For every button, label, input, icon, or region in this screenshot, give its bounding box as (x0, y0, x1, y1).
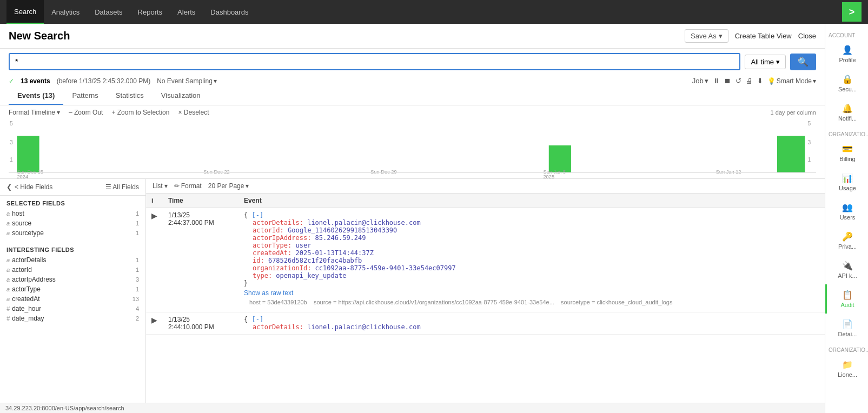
fields-sidebar: ❮ < Hide Fields ☰ All Fields SELECTED FI… (0, 179, 146, 403)
sidebar-item-label: Billing (839, 156, 855, 162)
svg-text:3: 3 (10, 138, 13, 145)
event-meta: host = 53de4339120b source = https://api… (244, 297, 819, 309)
results-check-icon: ✓ (9, 77, 14, 85)
format-timeline-button[interactable]: Format Timeline ▾ (9, 109, 60, 116)
svg-text:Sun Dec 22: Sun Dec 22 (203, 169, 229, 175)
nav-alerts[interactable]: Alerts (170, 0, 203, 24)
sidebar-item-org-bottom[interactable]: 📁 Lione... (825, 354, 868, 383)
field-source[interactable]: a source 1 (6, 218, 139, 228)
svg-text:Sun Jan 12: Sun Jan 12 (716, 169, 741, 175)
field-actorIpAddress[interactable]: a actorIpAddress 3 (6, 275, 139, 284)
list-button[interactable]: List ▾ (153, 182, 168, 190)
tab-patterns[interactable]: Patterns (63, 87, 107, 105)
event-time-cell: 1/13/252:44:37.000 PM (163, 208, 238, 312)
svg-text:5: 5 (10, 120, 13, 126)
profile-icon: 👤 (842, 45, 853, 55)
nav-search[interactable]: Search (6, 0, 44, 24)
sidebar-item-profile[interactable]: 👤 Profile (825, 39, 868, 69)
zoom-to-selection-button[interactable]: + Zoom to Selection (111, 109, 169, 116)
sampling-button[interactable]: No Event Sampling ▾ (157, 77, 217, 85)
field-actorType[interactable]: a actorType 1 (6, 284, 139, 294)
field-date_hour[interactable]: # date_hour 4 (6, 304, 139, 314)
search-input-wrap (9, 53, 740, 70)
zoom-out-button[interactable]: – Zoom Out (69, 109, 103, 116)
svg-rect-6 (17, 136, 39, 173)
job-controls: Job ▾ ⏸ ⏹ ↺ 🖨 ⬇ 💡 Smart Mode ▾ (692, 77, 816, 85)
create-table-button[interactable]: Create Table View (735, 32, 792, 40)
time-range-selector[interactable]: All time ▾ (745, 55, 786, 69)
field-actorDetails[interactable]: a actorDetails 1 (6, 255, 139, 265)
field-createdAt[interactable]: a createdAt 13 (6, 294, 139, 304)
sidebar-item-label: Secu... (838, 86, 857, 92)
search-button[interactable]: 🔍 (790, 54, 816, 70)
event-expand-cell: ▶ (146, 208, 163, 312)
svg-text:1: 1 (808, 156, 811, 163)
nav-dashboards[interactable]: Dashboards (203, 0, 256, 24)
field-actorId[interactable]: a actorId 1 (6, 265, 139, 275)
sidebar-item-api-keys[interactable]: 🔌 API k... (825, 255, 868, 284)
smart-mode-button[interactable]: 💡 Smart Mode ▾ (767, 77, 816, 85)
all-fields-button[interactable]: ☰ All Fields (105, 183, 139, 191)
nav-datasets[interactable]: Datasets (87, 0, 130, 24)
fields-header: ❮ < Hide Fields ☰ All Fields (0, 179, 145, 196)
right-sidebar: Account 👤 Profile 🔒 Secu... 🔔 Notifi... … (825, 24, 868, 413)
event-time: 1/13/252:44:37.000 PM (168, 211, 214, 227)
sidebar-item-details[interactable]: 📄 Detai... (825, 314, 868, 343)
save-as-button[interactable]: Save As ▾ (685, 29, 728, 43)
nav-reports[interactable]: Reports (130, 0, 170, 24)
event-collapse-link[interactable]: [-] (251, 211, 263, 219)
tab-visualization[interactable]: Visualization (153, 87, 209, 105)
sidebar-item-usage[interactable]: 📊 Usage (825, 168, 868, 197)
sidebar-item-label: Users (840, 214, 856, 221)
interesting-fields-title: INTERESTING FIELDS (6, 247, 139, 253)
sidebar-item-label: Profile (839, 57, 856, 63)
format-button[interactable]: ✏ Format (174, 182, 202, 190)
refresh-button[interactable]: ↺ (736, 77, 741, 85)
details-icon: 📄 (842, 319, 853, 329)
sidebar-item-label: Notifi... (838, 115, 857, 122)
svg-text:2024: 2024 (17, 174, 28, 178)
audit-icon: 📋 (842, 290, 853, 300)
sidebar-item-audit[interactable]: 📋 Audit (825, 284, 868, 314)
search-input[interactable] (10, 54, 739, 69)
nav-analytics[interactable]: Analytics (44, 0, 87, 24)
app-logo[interactable]: > (842, 2, 862, 22)
sidebar-item-billing[interactable]: 💳 Billing (825, 138, 868, 168)
deselect-button[interactable]: × Deselect (178, 109, 209, 116)
field-host[interactable]: a host 1 (6, 209, 139, 218)
event-expand-button[interactable]: ▶ (151, 211, 157, 220)
hide-fields-button[interactable]: ❮ < Hide Fields (6, 183, 52, 191)
sidebar-item-privacy[interactable]: 🔑 Priva... (825, 226, 868, 255)
show-raw-button[interactable]: Show as raw text (244, 289, 293, 297)
event-content: { [-] actorDetails: lionel.palacin@click… (244, 316, 819, 331)
timeline-controls: Format Timeline ▾ – Zoom Out + Zoom to S… (0, 105, 825, 119)
event-expand-button[interactable]: ▶ (151, 316, 157, 324)
sidebar-item-security[interactable]: 🔒 Secu... (825, 69, 868, 98)
pause-button[interactable]: ⏸ (713, 77, 720, 85)
tab-events[interactable]: Events (13) (9, 87, 63, 105)
job-button[interactable]: Job ▾ (692, 77, 708, 85)
print-button[interactable]: 🖨 (746, 77, 753, 85)
stop-button[interactable]: ⏹ (724, 77, 731, 85)
per-page-button[interactable]: 20 Per Page ▾ (208, 182, 249, 190)
field-sourcetype[interactable]: a sourcetype 1 (6, 228, 139, 238)
account-section-label: Account (825, 28, 868, 39)
security-icon: 🔒 (842, 74, 853, 84)
timeline-chart[interactable]: 5 3 1 5 3 1 Sun Dec 15 2024 Sun Dec 22 S… (9, 119, 816, 178)
sidebar-item-notifications[interactable]: 🔔 Notifi... (825, 98, 868, 127)
event-collapse-link[interactable]: [-] (251, 316, 263, 323)
sidebar-item-label: Usage (839, 185, 856, 191)
main-container: New Search Save As ▾ Create Table View C… (0, 24, 868, 413)
top-navigation: Search Analytics Datasets Reports Alerts… (0, 0, 868, 24)
sidebar-item-users[interactable]: 👥 Users (825, 197, 868, 226)
svg-text:2025: 2025 (543, 174, 554, 178)
svg-rect-8 (777, 136, 805, 173)
tabs-row: Events (13) Patterns Statistics Visualiz… (0, 87, 825, 105)
field-date_mday[interactable]: # date_mday 2 (6, 314, 139, 323)
close-button[interactable]: Close (798, 32, 816, 40)
sidebar-item-label: Audit (840, 302, 854, 308)
export-button[interactable]: ⬇ (757, 77, 763, 85)
tab-statistics[interactable]: Statistics (107, 87, 153, 105)
billing-icon: 💳 (842, 144, 853, 154)
sidebar-item-label: Lione... (838, 371, 857, 378)
